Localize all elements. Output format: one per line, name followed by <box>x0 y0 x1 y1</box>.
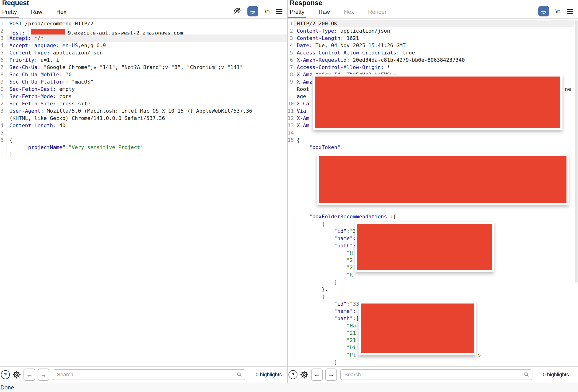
code-line: 14 <box>288 129 578 136</box>
request-header-icons: \n <box>233 6 283 17</box>
code-token: "2 <box>346 257 353 263</box>
code-token: X-Amzn-Requestid: <box>297 57 350 63</box>
line-content: "boxToken": <box>294 144 578 151</box>
code-token <box>297 337 346 343</box>
line-number: 14 <box>288 129 294 136</box>
search-input[interactable] <box>340 369 532 380</box>
code-line: 5Content-Type: application/json <box>0 49 287 56</box>
code-line: "projectName":"Very sensitive Project" <box>0 144 287 151</box>
code-line: "boxToken": <box>288 144 578 151</box>
next-match-button[interactable]: → <box>38 369 49 381</box>
tab-pretty[interactable]: Pretty <box>2 9 17 18</box>
code-token: { <box>297 221 325 227</box>
line-number: 0 <box>0 85 7 93</box>
tab-hex[interactable]: Hex <box>56 9 66 18</box>
search-input[interactable] <box>53 369 245 380</box>
code-token: "boxFolderRecommendations": <box>309 214 393 219</box>
redaction-box <box>313 75 563 130</box>
hide-matches-eye-slash-icon[interactable] <box>233 7 241 16</box>
line-content: Priority: u=1, i <box>7 56 287 64</box>
help-icon[interactable]: ? <box>289 370 297 379</box>
newline-toggle[interactable]: \n <box>555 8 561 15</box>
previous-match-button[interactable]: ← <box>23 369 35 381</box>
scrollbar-thumb[interactable] <box>575 20 578 283</box>
line-content: { <box>294 136 578 144</box>
code-line: ] <box>288 278 578 286</box>
gear-icon[interactable] <box>12 370 21 379</box>
code-token: 20ed34da-c81b-4279-bb0e-806384237340 <box>350 57 465 63</box>
code-line: 2Host: 9.execute-api.us-west-2.amazonaws… <box>0 27 287 35</box>
line-number <box>288 235 294 242</box>
code-token: "Google Chrome";v="141", "Not?A_Brand";v… <box>40 64 243 70</box>
line-number <box>288 264 294 271</box>
line-number <box>288 286 294 293</box>
newline-toggle[interactable]: \n <box>264 8 270 15</box>
scrollbar[interactable] <box>574 19 578 366</box>
request-tabs: PrettyRawHex <box>2 8 80 18</box>
code-token <box>297 235 334 241</box>
response-editor[interactable]: 1HTTP/2 200 OK2Content-Type: application… <box>288 19 578 366</box>
line-number: 4 <box>288 42 294 49</box>
code-token <box>297 214 309 219</box>
code-line: 4Content-Length: 40 <box>0 122 287 129</box>
code-token <box>297 265 346 271</box>
line-content: (KHTML, like Gecko) Chrome/141.0.0.0 Saf… <box>7 115 287 122</box>
code-token: X-Am <box>297 115 309 121</box>
line-number <box>0 144 7 151</box>
line-number: 15 <box>288 136 294 144</box>
line-number <box>0 115 7 122</box>
line-number <box>288 337 294 344</box>
code-token: Accept: <box>9 35 31 41</box>
line-number: 12 <box>288 115 294 122</box>
line-content: Content-Type: application/json <box>7 49 287 56</box>
code-line: 6{ <box>0 136 287 144</box>
line-number: 3 <box>0 107 7 115</box>
line-number: 7 <box>288 64 294 71</box>
code-token: "3 <box>350 228 356 234</box>
line-content: User-Agent: Mozilla/5.0 (Macintosh; Inte… <box>7 107 287 115</box>
line-number <box>288 220 294 228</box>
request-editor[interactable]: 1POST /prod/recommend HTTP/22Host: 9.exe… <box>0 19 287 366</box>
code-token: X-Amz <box>297 79 312 85</box>
code-token: Sec-Fetch-Dest: <box>9 86 56 92</box>
line-number: 1 <box>0 93 7 100</box>
line-number <box>288 93 294 100</box>
highlights-count: 0 highlights <box>543 372 569 378</box>
menu-icon[interactable] <box>276 9 283 14</box>
redaction-box <box>317 154 569 205</box>
code-token: "name": <box>334 308 356 314</box>
code-token: "name": <box>334 235 356 241</box>
wrap-lines-icon[interactable] <box>538 6 549 16</box>
line-content: { <box>294 293 578 300</box>
line-number <box>288 257 294 264</box>
code-line: 7Access-Control-Allow-Origin: * <box>288 64 578 71</box>
code-token: X-Ca <box>297 101 309 107</box>
line-number: 8 <box>0 71 7 78</box>
tab-raw[interactable]: Raw <box>319 9 330 18</box>
code-line: { <box>288 293 578 300</box>
code-token: Sec-Fetch-Site: <box>9 101 56 107</box>
code-line: 4Date: Tue, 04 Nov 2025 15:41:26 GMT <box>288 42 578 49</box>
code-token: cors <box>56 93 72 99</box>
tab-pretty[interactable]: Pretty <box>290 9 304 18</box>
code-token: }, <box>297 286 328 292</box>
request-title: Request <box>2 0 29 7</box>
line-number <box>288 308 294 315</box>
help-icon[interactable]: ? <box>1 370 10 379</box>
search-icon <box>524 372 530 379</box>
previous-match-button[interactable]: ← <box>311 369 323 381</box>
wrap-lines-icon[interactable] <box>247 6 258 16</box>
menu-icon[interactable] <box>567 9 573 14</box>
code-token <box>297 330 346 336</box>
line-content: Content-Length: 40 <box>7 122 287 129</box>
line-number: 5 <box>288 49 294 56</box>
gear-icon[interactable] <box>300 370 309 379</box>
tab-raw[interactable]: Raw <box>31 9 42 18</box>
code-token: Tue, 04 Nov 2025 15:41:26 GMT <box>312 42 406 48</box>
line-number <box>288 322 294 329</box>
code-token: "id": <box>334 228 350 234</box>
code-line: "R <box>288 271 578 278</box>
code-token: Sec-Fetch-Mode: <box>9 93 56 99</box>
code-token <box>297 144 309 150</box>
next-match-button[interactable]: → <box>325 369 337 381</box>
